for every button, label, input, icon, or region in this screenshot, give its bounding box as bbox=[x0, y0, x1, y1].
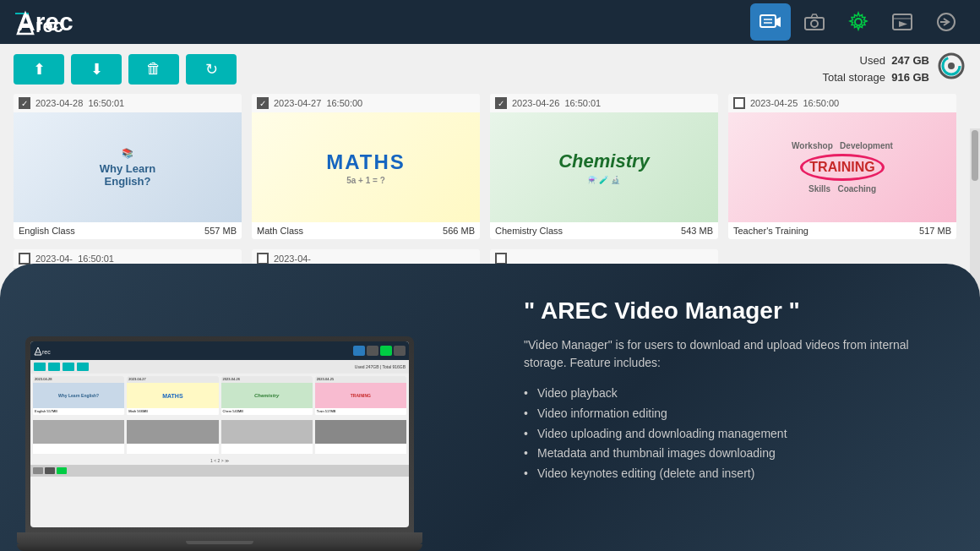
mini-card-2: 2023-04-27 MATHS Math 566MB bbox=[127, 376, 218, 415]
mini-card-hdr-2: 2023-04-27 bbox=[127, 376, 218, 383]
video-date-row2-1: 2023-04- 16:50:01 bbox=[35, 254, 114, 264]
video-title-math: Math Class bbox=[257, 226, 303, 236]
mini-logo: rec bbox=[34, 346, 59, 356]
exit-icon bbox=[935, 11, 957, 33]
video-card-header: 2023-04-28 16:50:01 bbox=[14, 94, 242, 112]
nav-camera-btn[interactable] bbox=[794, 3, 835, 41]
svg-rect-11 bbox=[893, 14, 912, 30]
video-card-training[interactable]: 2023-04-25 16:50:00 Workshop Development… bbox=[728, 94, 956, 239]
video-size-chem: 543 MB bbox=[681, 226, 713, 236]
video-checkbox-math[interactable] bbox=[257, 97, 269, 109]
video-thumb-math: MATHS 5a + 1 = ? bbox=[252, 112, 480, 222]
nav-exit-btn[interactable] bbox=[926, 3, 966, 41]
mini-thumb-4: TRAINING bbox=[315, 383, 406, 408]
mini-toolbar: Used 247GB | Total 916GB bbox=[30, 360, 409, 374]
video-card-english[interactable]: 2023-04-28 16:50:01 📚 Why LearnEnglish? … bbox=[14, 94, 242, 239]
svg-rect-4 bbox=[760, 15, 776, 27]
arec-logo-svg: rec bbox=[14, 7, 98, 37]
media-icon bbox=[891, 13, 913, 31]
svg-point-10 bbox=[855, 19, 862, 25]
video-card-math[interactable]: 2023-04-27 16:50:00 MATHS 5a + 1 = ? Mat… bbox=[252, 94, 480, 239]
delete-button[interactable]: 🗑 bbox=[128, 54, 179, 85]
mini-btn-3 bbox=[63, 363, 74, 371]
upload-button[interactable]: ⬆ bbox=[14, 54, 64, 85]
video-thumb-training: Workshop Development TRAINING Skills Coa… bbox=[728, 112, 956, 222]
mini-card-hdr-1: 2023-04-28 bbox=[33, 376, 124, 383]
svg-marker-19 bbox=[35, 347, 41, 355]
taskbar-item-3 bbox=[57, 467, 67, 474]
video-card-header-training: 2023-04-25 16:50:00 bbox=[728, 94, 956, 112]
mini-card-hdr-4: 2023-04-25 bbox=[315, 376, 406, 383]
svg-marker-13 bbox=[899, 21, 907, 27]
video-date-chem: 2023-04-26 16:50:01 bbox=[512, 98, 601, 108]
video-thumb-english: 📚 Why LearnEnglish? bbox=[14, 112, 242, 222]
mini-thumb-1: Why Learn English? bbox=[33, 383, 124, 408]
svg-marker-1 bbox=[18, 14, 33, 34]
mini-grid-row1: 2023-04-28 Why Learn English? English 55… bbox=[30, 374, 409, 417]
laptop: rec bbox=[17, 336, 422, 551]
storage-used-label: Used bbox=[860, 54, 885, 67]
video-info-english: English Class 557 MB bbox=[14, 222, 242, 239]
storage-info: Used 247 GB Total storage 916 GB bbox=[823, 51, 966, 87]
mini-pagination: 1 < 2 > ≫ bbox=[30, 456, 409, 465]
video-size-training: 517 MB bbox=[919, 226, 951, 236]
promo-feature-3: Video uploading and downloading manageme… bbox=[524, 424, 946, 445]
video-title-chem: Chemistry Class bbox=[495, 226, 563, 236]
mini-info-3: Chem 543MB bbox=[221, 408, 313, 415]
svg-point-9 bbox=[811, 20, 818, 27]
svg-point-18 bbox=[948, 63, 955, 69]
mini-info-1: English 557MB bbox=[33, 408, 124, 415]
taskbar-item-2 bbox=[45, 467, 55, 474]
video-checkbox-row2-1[interactable] bbox=[19, 253, 30, 265]
video-card-header-chem: 2023-04-26 16:50:01 bbox=[490, 94, 718, 112]
promo-feature-5: Video keynotes editing (delete and inser… bbox=[524, 464, 946, 484]
laptop-body: rec bbox=[25, 336, 414, 532]
video-info-training: Teacher's Training 517 MB bbox=[728, 222, 956, 239]
storage-total-label: Total storage bbox=[823, 71, 885, 84]
mini-grid-row2 bbox=[30, 417, 409, 456]
scrollbar-thumb[interactable] bbox=[972, 130, 978, 181]
video-date-training: 2023-04-25 16:50:00 bbox=[750, 98, 839, 108]
gear-icon bbox=[847, 11, 869, 33]
mini-card-1: 2023-04-28 Why Learn English? English 55… bbox=[33, 376, 124, 415]
laptop-stand bbox=[17, 544, 422, 551]
nav-settings-btn[interactable] bbox=[838, 3, 879, 41]
video-card-chem[interactable]: 2023-04-26 16:50:01 Chemistry ⚗️ 🧪 🔬 Che… bbox=[490, 94, 718, 239]
video-checkbox-row2-3[interactable] bbox=[495, 253, 507, 265]
nav-video-btn[interactable] bbox=[750, 3, 791, 41]
promo-title: " AREC Video Manager " bbox=[524, 297, 946, 325]
video-title-english: English Class bbox=[19, 226, 75, 236]
mini-taskbar bbox=[30, 465, 409, 477]
promo-feature-4: Metadata and thumbnail images downloadin… bbox=[524, 444, 946, 464]
video-date-english: 2023-04-28 16:50:01 bbox=[35, 98, 124, 108]
video-checkbox-chem[interactable] bbox=[495, 97, 507, 109]
storage-used-value: 247 GB bbox=[891, 54, 929, 67]
mini-btn-2 bbox=[48, 363, 60, 371]
mini-thumb-3: Chemistry bbox=[221, 383, 313, 408]
promo-description: "Video Manager" is for users to download… bbox=[524, 336, 946, 372]
download-button[interactable]: ⬇ bbox=[71, 54, 122, 85]
video-date-row2-2: 2023-04- bbox=[274, 254, 311, 264]
promo-overlay: rec bbox=[0, 264, 980, 551]
mini-card-row2-3 bbox=[221, 420, 313, 454]
video-size-english: 557 MB bbox=[204, 226, 237, 236]
laptop-screen: rec bbox=[30, 341, 409, 527]
video-thumb-chem: Chemistry ⚗️ 🧪 🔬 bbox=[490, 112, 718, 222]
laptop-base bbox=[17, 532, 422, 544]
video-checkbox-english[interactable] bbox=[19, 97, 30, 109]
mini-nav-4 bbox=[394, 346, 406, 356]
mini-card-row2-4 bbox=[315, 420, 406, 454]
nav-media-btn[interactable] bbox=[882, 3, 923, 41]
video-size-math: 566 MB bbox=[443, 226, 475, 236]
camera-icon bbox=[803, 13, 825, 31]
mini-nav-3 bbox=[380, 346, 392, 356]
mini-info-4: Train 517MB bbox=[315, 408, 406, 415]
svg-text:rec: rec bbox=[35, 15, 63, 36]
mini-card-3: 2023-04-26 Chemistry Chem 543MB bbox=[221, 376, 313, 415]
laptop-illustration: rec bbox=[17, 264, 439, 551]
refresh-button[interactable]: ↻ bbox=[186, 54, 237, 85]
toolbar: ⬆ ⬇ 🗑 ↻ Used 247 GB Total storage 916 GB bbox=[0, 44, 980, 94]
mini-card-row2-2 bbox=[127, 420, 218, 454]
video-checkbox-row2-2[interactable] bbox=[257, 253, 269, 265]
video-checkbox-training[interactable] bbox=[733, 97, 745, 109]
